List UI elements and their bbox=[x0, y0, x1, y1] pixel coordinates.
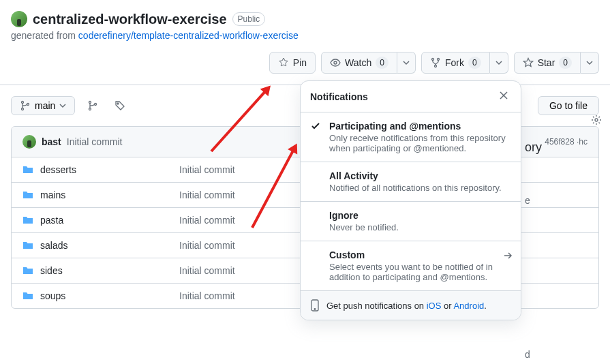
watch-dropdown[interactable] bbox=[397, 52, 416, 74]
file-name[interactable]: desserts bbox=[40, 164, 76, 175]
option-participating[interactable]: Participating and @mentions Only receive… bbox=[301, 112, 521, 162]
about-settings-button[interactable] bbox=[591, 115, 602, 127]
check-icon bbox=[310, 121, 322, 153]
branch-icon bbox=[87, 100, 98, 111]
fork-button-group: Fork 0 bbox=[421, 52, 508, 74]
branches-button[interactable] bbox=[83, 96, 102, 115]
file-name[interactable]: pasta bbox=[40, 215, 63, 226]
fork-dropdown[interactable] bbox=[490, 52, 508, 74]
star-count: 0 bbox=[559, 57, 572, 69]
svg-point-5 bbox=[27, 104, 29, 106]
svg-point-2 bbox=[437, 59, 439, 61]
svg-point-0 bbox=[334, 61, 337, 64]
svg-point-11 bbox=[595, 119, 598, 121]
fork-label: Fork bbox=[445, 56, 464, 70]
branch-select[interactable]: main bbox=[11, 96, 75, 115]
file-name[interactable]: soups bbox=[40, 290, 65, 301]
file-name[interactable]: sides bbox=[40, 265, 63, 276]
fork-count: 0 bbox=[468, 57, 481, 69]
visibility-badge: Public bbox=[232, 12, 266, 26]
svg-point-4 bbox=[22, 102, 24, 104]
arrow-right-icon bbox=[503, 251, 513, 262]
tag-icon bbox=[115, 100, 125, 111]
generated-from: generated from coderefinery/template-cen… bbox=[11, 30, 599, 41]
chevron-down-icon bbox=[59, 102, 66, 109]
mobile-icon bbox=[310, 299, 320, 312]
option-desc: Only receive notifications from this rep… bbox=[329, 133, 511, 153]
chevron-down-icon bbox=[403, 59, 410, 66]
svg-point-10 bbox=[117, 103, 119, 104]
pin-button[interactable]: Pin bbox=[269, 52, 316, 74]
option-title: Custom bbox=[329, 249, 511, 260]
footer-text: Get push notifications on bbox=[326, 301, 427, 311]
footer-or: or bbox=[441, 301, 453, 311]
svg-point-3 bbox=[434, 65, 436, 67]
android-link[interactable]: Android bbox=[453, 301, 484, 311]
ios-link[interactable]: iOS bbox=[427, 301, 442, 311]
watch-button-group: Watch 0 bbox=[321, 52, 416, 74]
option-desc: Select events you want to be notified of… bbox=[329, 262, 511, 282]
folder-icon bbox=[22, 189, 33, 200]
author-name[interactable]: bast bbox=[42, 136, 61, 147]
file-name[interactable]: salads bbox=[40, 240, 67, 251]
branch-name: main bbox=[35, 100, 55, 111]
ghost-text: e bbox=[525, 195, 530, 206]
popover-footer: Get push notifications on iOS or Android… bbox=[301, 290, 521, 320]
option-custom[interactable]: Custom Select events you want to be noti… bbox=[301, 241, 521, 290]
author-avatar[interactable] bbox=[22, 135, 36, 149]
repo-name[interactable]: centralized-workflow-exercise bbox=[33, 12, 227, 27]
option-title: All Activity bbox=[329, 170, 502, 181]
folder-icon bbox=[22, 240, 33, 251]
svg-point-9 bbox=[89, 108, 91, 110]
star-dropdown[interactable] bbox=[581, 52, 599, 74]
tags-button[interactable] bbox=[110, 96, 129, 115]
ghost-text: d bbox=[525, 349, 530, 360]
option-title: Participating and @mentions bbox=[329, 121, 511, 132]
go-to-file-button[interactable]: Go to file bbox=[538, 96, 599, 115]
commit-sha[interactable]: 456f828 bbox=[545, 137, 574, 147]
pin-icon bbox=[278, 57, 289, 68]
svg-point-1 bbox=[431, 59, 433, 61]
watch-label: Watch bbox=[345, 56, 371, 70]
close-icon bbox=[499, 91, 508, 100]
watch-count: 0 bbox=[376, 57, 388, 69]
ghost-text: ory bbox=[525, 140, 542, 155]
star-button-group: Star 0 bbox=[514, 52, 599, 74]
option-desc: Notified of all notifications on this re… bbox=[329, 183, 502, 193]
pin-label: Pin bbox=[293, 56, 307, 70]
star-icon bbox=[523, 57, 534, 68]
svg-point-13 bbox=[314, 309, 316, 310]
close-button[interactable] bbox=[496, 88, 511, 105]
chevron-down-icon bbox=[495, 59, 502, 66]
folder-icon bbox=[22, 215, 33, 226]
chevron-down-icon bbox=[586, 59, 593, 66]
branch-icon bbox=[20, 100, 31, 111]
svg-point-8 bbox=[95, 104, 97, 106]
file-name[interactable]: mains bbox=[40, 189, 65, 200]
owner-avatar[interactable] bbox=[11, 11, 27, 27]
repo-header: centralized-workflow-exercise Public gen… bbox=[0, 0, 610, 52]
option-ignore[interactable]: Ignore Never be notified. bbox=[301, 202, 521, 241]
option-all-activity[interactable]: All Activity Notified of all notificatio… bbox=[301, 162, 521, 202]
star-button[interactable]: Star 0 bbox=[514, 52, 581, 74]
folder-icon bbox=[22, 265, 33, 276]
option-title: Ignore bbox=[329, 210, 399, 221]
footer-period: . bbox=[484, 301, 487, 311]
commit-meta-suffix: ·hc bbox=[577, 137, 588, 147]
fork-button[interactable]: Fork 0 bbox=[421, 52, 490, 74]
folder-icon bbox=[22, 290, 33, 301]
fork-icon bbox=[430, 57, 441, 68]
star-label: Star bbox=[538, 56, 555, 70]
template-link[interactable]: coderefinery/template-centralized-workfl… bbox=[78, 30, 299, 41]
svg-point-7 bbox=[89, 102, 91, 104]
generated-prefix: generated from bbox=[11, 30, 78, 41]
eye-icon bbox=[330, 57, 341, 68]
folder-icon bbox=[22, 164, 33, 175]
commit-message[interactable]: Initial commit bbox=[67, 136, 123, 147]
option-desc: Never be notified. bbox=[329, 222, 399, 232]
notifications-popover: Notifications Participating and @mention… bbox=[300, 80, 521, 320]
popover-title: Notifications bbox=[310, 91, 368, 102]
watch-button[interactable]: Watch 0 bbox=[321, 52, 397, 74]
svg-point-6 bbox=[22, 108, 24, 110]
